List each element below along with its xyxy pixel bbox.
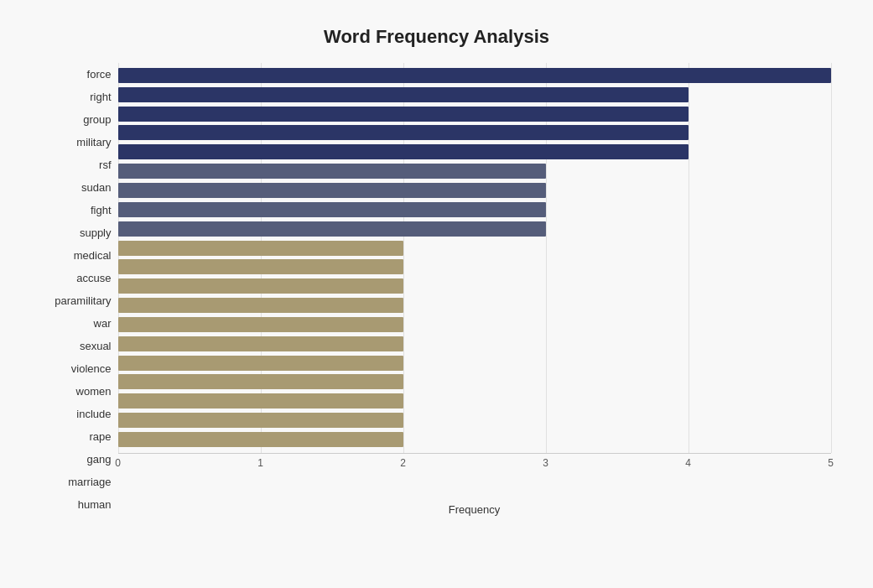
y-label: accuse	[76, 273, 111, 284]
bar	[118, 432, 403, 447]
bar-row	[118, 277, 831, 295]
bar	[118, 107, 689, 122]
y-label: violence	[71, 363, 112, 374]
bar	[118, 298, 403, 313]
x-axis: 012345	[118, 453, 831, 487]
bar-row	[118, 239, 831, 258]
bar	[118, 336, 403, 351]
bar-row	[118, 162, 831, 180]
bar	[118, 356, 403, 371]
bar	[118, 317, 403, 332]
bar	[118, 259, 403, 274]
bar-row	[118, 181, 831, 200]
y-label: group	[83, 114, 111, 125]
chart-area: forcerightgroupmilitaryrsfsudanfightsupp…	[43, 63, 831, 516]
y-label: gang	[87, 454, 112, 465]
bar	[118, 278, 403, 294]
y-label: sudan	[81, 182, 111, 193]
x-tick: 2	[400, 457, 406, 469]
bar	[118, 374, 403, 389]
chart-title: Word Frequency Analysis	[43, 26, 831, 48]
bar-row	[118, 220, 831, 238]
x-tick: 5	[828, 457, 834, 469]
bar	[118, 87, 689, 102]
y-label: marriage	[68, 476, 111, 487]
y-label: sexual	[80, 341, 112, 351]
y-label: rape	[89, 431, 111, 442]
bar	[118, 183, 546, 198]
bar	[118, 144, 689, 159]
bars-area	[118, 63, 831, 453]
y-label: rsf	[99, 159, 111, 170]
x-axis-label: Frequency	[118, 503, 831, 516]
bar	[118, 413, 403, 428]
bar	[118, 241, 403, 256]
bar-row	[118, 123, 831, 142]
y-label: human	[78, 499, 112, 510]
bar	[118, 202, 546, 217]
bar-row	[118, 296, 831, 315]
chart-container: Word Frequency Analysis forcerightgroupm…	[18, 9, 856, 580]
x-tick: 4	[685, 457, 691, 469]
bar	[118, 164, 546, 179]
bar-row	[118, 354, 831, 372]
y-label: force	[87, 69, 112, 80]
bar-row	[118, 200, 831, 219]
bar-row	[118, 430, 831, 449]
bar-row	[118, 335, 831, 353]
bar-row	[118, 66, 831, 85]
y-label: women	[76, 386, 112, 397]
y-label: right	[90, 91, 111, 102]
x-tick: 0	[115, 457, 121, 469]
bar	[118, 68, 831, 83]
grid-line	[831, 63, 832, 453]
y-label: include	[76, 408, 111, 419]
bar-row	[118, 372, 831, 391]
bar-row	[118, 86, 831, 104]
y-label: paramilitary	[55, 295, 111, 306]
bar-row	[118, 411, 831, 429]
bar	[118, 221, 546, 237]
bars-wrapper	[118, 63, 831, 453]
y-labels: forcerightgroupmilitaryrsfsudanfightsupp…	[43, 63, 118, 516]
y-label: fight	[91, 205, 112, 216]
bar	[118, 393, 403, 408]
y-label: supply	[80, 227, 112, 238]
bar-row	[118, 258, 831, 276]
bar-row	[118, 392, 831, 410]
bar-row	[118, 105, 831, 123]
x-tick: 1	[257, 457, 263, 469]
y-label: war	[94, 318, 112, 329]
bar-row	[118, 315, 831, 334]
bars-and-xaxis: 012345 Frequency	[118, 63, 831, 516]
bar	[118, 125, 689, 140]
y-label: military	[76, 137, 111, 148]
x-tick: 3	[543, 457, 548, 469]
y-label: medical	[74, 250, 112, 261]
bar-row	[118, 143, 831, 161]
